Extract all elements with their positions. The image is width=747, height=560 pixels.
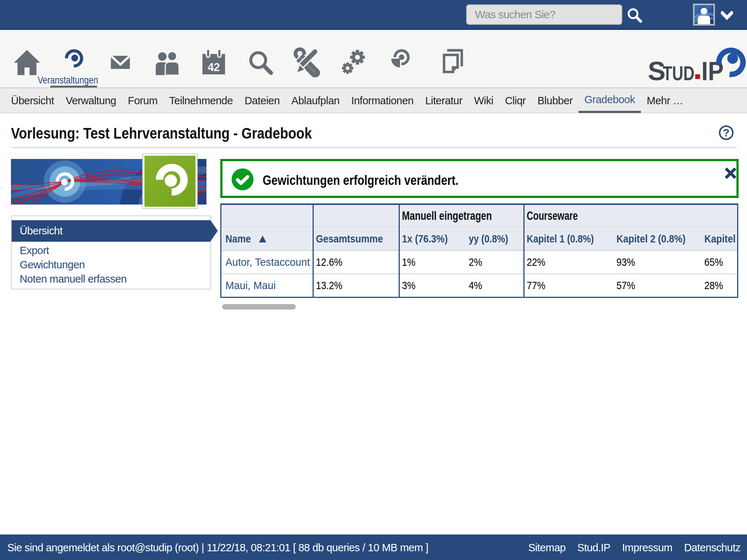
svg-text:42: 42 [208, 61, 220, 74]
svg-text:TUD: TUD [663, 62, 694, 85]
